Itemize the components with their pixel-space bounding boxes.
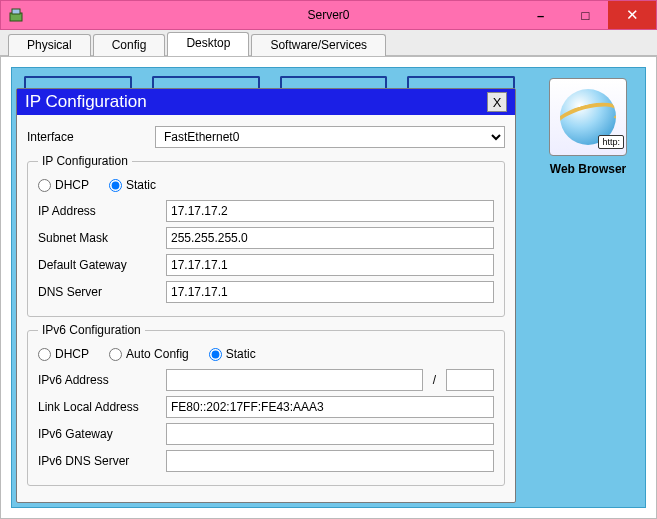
window-titlebar: Server0 – □ ✕ bbox=[0, 0, 657, 30]
ipv6-dns-label: IPv6 DNS Server bbox=[38, 454, 160, 468]
ip-address-label: IP Address bbox=[38, 204, 160, 218]
interface-label: Interface bbox=[27, 130, 149, 144]
ipv6-dns-input[interactable] bbox=[166, 450, 494, 472]
tab-config[interactable]: Config bbox=[93, 34, 166, 56]
close-button[interactable]: ✕ bbox=[608, 1, 656, 29]
link-local-input[interactable] bbox=[166, 396, 494, 418]
desktop-app-web-browser[interactable]: http: Web Browser bbox=[541, 78, 635, 176]
window-title: Server0 bbox=[307, 8, 349, 22]
ipv4-dhcp-radio[interactable] bbox=[38, 179, 51, 192]
ipv6-address-input[interactable] bbox=[166, 369, 423, 391]
ipv4-dhcp-option[interactable]: DHCP bbox=[38, 178, 89, 192]
http-badge: http: bbox=[598, 135, 624, 149]
ipv4-static-option[interactable]: Static bbox=[109, 178, 156, 192]
ipv6-address-label: IPv6 Address bbox=[38, 373, 160, 387]
workspace: http: Web Browser IP Configuration X Int… bbox=[0, 56, 657, 519]
maximize-button[interactable]: □ bbox=[563, 1, 608, 29]
ipv6-dhcp-radio[interactable] bbox=[38, 348, 51, 361]
desktop-area: http: Web Browser IP Configuration X Int… bbox=[11, 67, 646, 508]
ipv4-fieldset: IP Configuration DHCP Static IP Address … bbox=[27, 154, 505, 317]
tab-physical[interactable]: Physical bbox=[8, 34, 91, 56]
web-browser-icon: http: bbox=[549, 78, 627, 156]
ipv6-static-radio[interactable] bbox=[209, 348, 222, 361]
ipv6-static-option[interactable]: Static bbox=[209, 347, 256, 361]
app-icon bbox=[1, 0, 31, 30]
ipv6-auto-radio[interactable] bbox=[109, 348, 122, 361]
ipv6-gateway-label: IPv6 Gateway bbox=[38, 427, 160, 441]
dns-server-input[interactable] bbox=[166, 281, 494, 303]
link-local-label: Link Local Address bbox=[38, 400, 160, 414]
minimize-button[interactable]: – bbox=[518, 1, 563, 29]
dialog-close-button[interactable]: X bbox=[487, 92, 507, 112]
dialog-titlebar: IP Configuration X bbox=[17, 89, 515, 115]
default-gateway-label: Default Gateway bbox=[38, 258, 160, 272]
prefix-separator: / bbox=[429, 373, 440, 387]
ip-address-input[interactable] bbox=[166, 200, 494, 222]
tab-software-services[interactable]: Software/Services bbox=[251, 34, 386, 56]
ipv6-prefix-input[interactable] bbox=[446, 369, 494, 391]
dialog-title-text: IP Configuration bbox=[25, 92, 147, 112]
window-controls: – □ ✕ bbox=[518, 1, 656, 29]
dialog-body: Interface FastEthernet0 IP Configuration… bbox=[17, 115, 515, 502]
ip-config-dialog: IP Configuration X Interface FastEtherne… bbox=[16, 88, 516, 503]
svg-rect-1 bbox=[12, 9, 20, 14]
ipv6-dhcp-option[interactable]: DHCP bbox=[38, 347, 89, 361]
dns-server-label: DNS Server bbox=[38, 285, 160, 299]
ipv4-static-radio[interactable] bbox=[109, 179, 122, 192]
interface-select[interactable]: FastEthernet0 bbox=[155, 126, 505, 148]
ipv6-auto-option[interactable]: Auto Config bbox=[109, 347, 189, 361]
ipv6-gateway-input[interactable] bbox=[166, 423, 494, 445]
main-tabstrip: Physical Config Desktop Software/Service… bbox=[0, 30, 657, 56]
tab-desktop[interactable]: Desktop bbox=[167, 32, 249, 56]
ipv4-legend: IP Configuration bbox=[38, 154, 132, 168]
ipv6-legend: IPv6 Configuration bbox=[38, 323, 145, 337]
default-gateway-input[interactable] bbox=[166, 254, 494, 276]
desktop-app-label: Web Browser bbox=[541, 162, 635, 176]
subnet-mask-label: Subnet Mask bbox=[38, 231, 160, 245]
ipv6-fieldset: IPv6 Configuration DHCP Auto Config Stat… bbox=[27, 323, 505, 486]
subnet-mask-input[interactable] bbox=[166, 227, 494, 249]
